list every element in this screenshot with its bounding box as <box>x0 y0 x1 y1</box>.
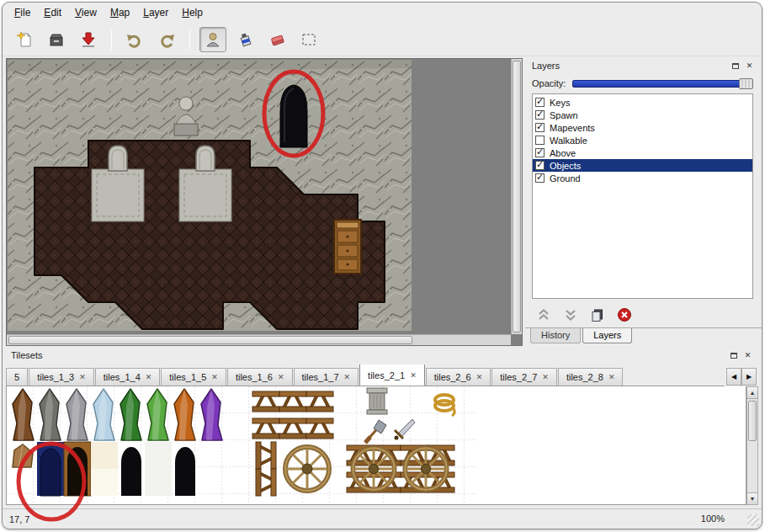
close-icon: ✕ <box>746 61 753 70</box>
menu-item[interactable]: Help <box>175 4 210 21</box>
move-layer-up-button[interactable] <box>534 305 554 325</box>
app-window: File Edit View Map Layer Help <box>2 2 762 529</box>
dark-figure <box>280 85 307 147</box>
tileset-tabbar: 5 ✕ tiles_1_3 ✕ tiles_1_4 ✕ tiles_1_5 ✕ <box>6 364 725 386</box>
column-tile <box>367 388 387 414</box>
tileset-tab[interactable]: tiles_1_6 ✕ <box>227 368 293 386</box>
tab-close-icon[interactable]: ✕ <box>344 373 351 381</box>
tileset-tab[interactable]: tiles_2_8 ✕ <box>558 368 624 386</box>
menu-item[interactable]: File <box>8 4 37 21</box>
cursor-coordinates: 17, 7 <box>9 514 29 524</box>
menu-item[interactable]: Layer <box>136 4 175 21</box>
float-panel-button[interactable] <box>728 350 739 360</box>
scrollbar-thumb[interactable] <box>748 401 757 441</box>
save-button[interactable] <box>75 27 102 52</box>
tileset-tab[interactable]: tiles_1_7 ✕ <box>294 368 359 386</box>
tab-close-icon[interactable]: ✕ <box>410 371 417 380</box>
float-panel-button[interactable] <box>730 61 741 71</box>
menu-item[interactable]: Edit <box>37 4 68 21</box>
delete-icon <box>617 307 632 322</box>
layer-row[interactable]: Objects <box>533 159 752 172</box>
opacity-slider[interactable] <box>572 80 753 88</box>
dock-tab[interactable]: Layers <box>582 328 632 343</box>
map-vertical-scrollbar[interactable] <box>511 59 522 334</box>
selected-tile-blue-door[interactable] <box>37 442 64 496</box>
eraser-icon <box>268 30 286 49</box>
opacity-slider-handle[interactable] <box>739 78 753 89</box>
resize-grip[interactable] <box>747 514 759 526</box>
scroll-up-arrow[interactable]: ▲ <box>747 387 757 399</box>
tab-close-icon[interactable]: ✕ <box>278 373 284 381</box>
tileset-tab[interactable]: tiles_2_6 ✕ <box>426 368 491 386</box>
tileset-vertical-scrollbar[interactable]: ▲ ▼ <box>746 386 758 505</box>
new-button[interactable] <box>11 27 38 52</box>
map-canvas[interactable] <box>6 58 523 346</box>
map-horizontal-scrollbar[interactable] <box>7 334 511 345</box>
layer-visibility-checkbox[interactable] <box>535 98 545 107</box>
tileset-tab-label: tiles_2_7 <box>500 372 537 382</box>
tileset-tab[interactable]: tiles_1_4 ✕ <box>95 368 161 386</box>
layer-row[interactable]: Above <box>533 146 752 159</box>
tab-close-icon[interactable]: ✕ <box>146 373 152 381</box>
tileset-tab-label: tiles_1_4 <box>104 372 141 382</box>
undo-button[interactable] <box>121 27 148 52</box>
tileset-tab-label: tiles_2_8 <box>566 372 603 382</box>
tileset-tab[interactable]: tiles_1_3 ✕ <box>29 368 94 386</box>
tab-scroll-left-button[interactable]: ◀ <box>726 368 741 386</box>
tab-close-icon[interactable]: ✕ <box>211 373 218 381</box>
layer-row[interactable]: Walkable <box>533 134 752 146</box>
tileset-tab-label: tiles_2_1 <box>368 370 405 380</box>
tileset-tab-label: tiles_1_7 <box>302 372 339 382</box>
layer-visibility-checkbox[interactable] <box>535 110 545 120</box>
tileset-canvas[interactable] <box>6 386 746 505</box>
up-arrows-icon <box>536 307 551 322</box>
scroll-down-arrow[interactable]: ▼ <box>747 492 757 504</box>
open-button[interactable] <box>43 27 70 52</box>
layer-visibility-checkbox[interactable] <box>535 173 545 183</box>
layer-visibility-checkbox[interactable] <box>535 136 545 145</box>
save-icon <box>79 30 98 49</box>
tab-close-icon[interactable]: ✕ <box>542 373 549 381</box>
layer-row[interactable]: Mapevents <box>533 121 752 134</box>
tab-close-icon[interactable]: ✕ <box>608 373 615 381</box>
move-layer-down-button[interactable] <box>560 305 581 325</box>
layer-row[interactable]: Keys <box>533 96 752 109</box>
tilesets-panel-title: Tilesets <box>11 350 43 360</box>
tileset-tab[interactable]: tiles_2_1 ✕ <box>359 364 425 386</box>
layers-titlebar: Layers ✕ <box>525 58 762 73</box>
eraser-tool-button[interactable] <box>263 27 290 52</box>
layers-list[interactable]: Keys Spawn Mapevents Walkable <box>532 93 753 299</box>
layer-visibility-checkbox[interactable] <box>535 161 545 170</box>
layer-visibility-checkbox[interactable] <box>535 148 545 157</box>
layer-visibility-checkbox[interactable] <box>535 123 545 132</box>
statusbar: 17, 7 100% <box>3 508 762 529</box>
down-arrows-icon <box>563 307 578 322</box>
menu-item[interactable]: View <box>68 4 104 21</box>
duplicate-layer-button[interactable] <box>587 305 608 325</box>
tab-close-icon[interactable]: ✕ <box>79 373 86 381</box>
scrollbar-thumb[interactable] <box>513 61 521 332</box>
tileset-tab-label: tiles_1_6 <box>236 372 273 382</box>
close-panel-button[interactable]: ✕ <box>744 61 755 71</box>
delete-layer-button[interactable] <box>614 305 635 325</box>
tileset-tab[interactable]: 5 ✕ <box>6 368 28 386</box>
dock-tab[interactable]: History <box>530 328 581 343</box>
scrollbar-thumb[interactable] <box>8 336 412 344</box>
tab-scroll-right-button[interactable]: ▶ <box>741 368 757 386</box>
tilesets-panel: Tilesets ✕ 5 ✕ tiles_1_3 ✕ tiles_1_4 <box>4 348 760 510</box>
redo-button[interactable] <box>153 27 180 52</box>
zoom-level: 100% <box>701 513 725 524</box>
tileset-tab[interactable]: tiles_1_5 ✕ <box>161 368 226 386</box>
layer-row[interactable]: Spawn <box>533 109 752 121</box>
fill-tool-button[interactable] <box>231 27 258 52</box>
select-tool-button[interactable] <box>295 27 322 52</box>
menu-item[interactable]: Map <box>104 4 136 21</box>
tileset-tab[interactable]: tiles_2_7 ✕ <box>491 368 557 386</box>
close-panel-button[interactable]: ✕ <box>742 350 753 360</box>
undo-icon <box>125 30 144 49</box>
float-icon <box>732 63 739 69</box>
tab-close-icon[interactable]: ✕ <box>476 373 483 381</box>
map-render <box>8 60 412 331</box>
stamp-tool-button[interactable] <box>199 27 226 52</box>
layer-row[interactable]: Ground <box>533 172 752 184</box>
